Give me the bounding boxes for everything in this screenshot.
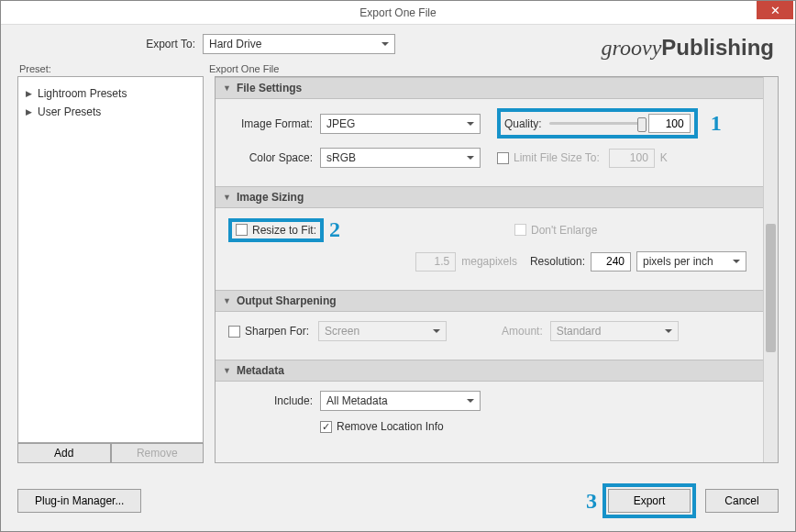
sharpen-for-checkbox[interactable] bbox=[228, 326, 240, 338]
resize-highlight: Resize to Fit: bbox=[228, 218, 324, 242]
limit-filesize-unit: K bbox=[660, 151, 668, 164]
image-sizing-header[interactable]: ▼ Image Sizing bbox=[216, 186, 763, 208]
close-button[interactable]: ✕ bbox=[757, 1, 793, 19]
quality-highlight: Quality: bbox=[497, 108, 698, 139]
scrollbar[interactable] bbox=[763, 77, 778, 462]
remove-location-checkbox[interactable] bbox=[320, 421, 332, 433]
triangle-down-icon: ▼ bbox=[223, 296, 231, 305]
slider-thumb[interactable] bbox=[637, 117, 647, 132]
dont-enlarge-label: Don't Enlarge bbox=[531, 224, 597, 237]
resize-to-fit-label: Resize to Fit: bbox=[252, 224, 316, 237]
limit-filesize-checkbox[interactable] bbox=[497, 152, 509, 164]
image-format-select[interactable]: JPEG bbox=[320, 114, 481, 134]
cancel-button[interactable]: Cancel bbox=[705, 489, 779, 513]
close-icon: ✕ bbox=[770, 4, 780, 17]
preset-label: Preset: bbox=[17, 63, 205, 74]
brand-watermark: groovyPublishing bbox=[602, 35, 774, 61]
quality-label: Quality: bbox=[504, 117, 542, 130]
resize-to-fit-checkbox[interactable] bbox=[236, 224, 248, 236]
file-settings-header[interactable]: ▼ File Settings bbox=[216, 77, 763, 99]
triangle-down-icon: ▼ bbox=[223, 193, 231, 202]
sharpen-for-label: Sharpen For: bbox=[245, 325, 309, 338]
megapixels-input bbox=[415, 252, 456, 272]
image-format-label: Image Format: bbox=[228, 117, 320, 130]
preset-item-lightroom[interactable]: ▶ Lightroom Presets bbox=[22, 84, 199, 103]
export-highlight: Export bbox=[603, 483, 696, 518]
color-space-select[interactable]: sRGB bbox=[320, 148, 481, 168]
export-to-label: Export To: bbox=[19, 38, 203, 50]
preset-list[interactable]: ▶ Lightroom Presets ▶ User Presets bbox=[17, 76, 204, 443]
triangle-right-icon: ▶ bbox=[26, 107, 32, 116]
quality-input[interactable] bbox=[648, 114, 691, 133]
triangle-right-icon: ▶ bbox=[26, 89, 32, 98]
color-space-label: Color Space: bbox=[228, 151, 320, 164]
panel-label: Export One File bbox=[205, 63, 279, 74]
output-sharpening-header[interactable]: ▼ Output Sharpening bbox=[216, 290, 763, 312]
preset-panel: ▶ Lightroom Presets ▶ User Presets Add R… bbox=[17, 76, 204, 463]
settings-panel: ▼ File Settings Image Format: JPEG Quali… bbox=[215, 76, 779, 463]
scroll-thumb[interactable] bbox=[766, 224, 776, 352]
resolution-input[interactable] bbox=[591, 252, 631, 272]
triangle-down-icon: ▼ bbox=[223, 83, 231, 93]
resolution-unit-select[interactable]: pixels per inch bbox=[636, 251, 746, 272]
remove-preset-button: Remove bbox=[111, 443, 205, 463]
include-label: Include: bbox=[228, 394, 320, 407]
megapixels-unit: megapixels bbox=[461, 255, 517, 268]
callout-1: 1 bbox=[711, 111, 722, 136]
limit-filesize-label: Limit File Size To: bbox=[514, 151, 609, 164]
dialog-buttons: Plug-in Manager... 3 Export Cancel bbox=[1, 474, 795, 531]
callout-2: 2 bbox=[329, 217, 340, 242]
remove-location-label: Remove Location Info bbox=[337, 420, 444, 433]
export-button[interactable]: Export bbox=[608, 489, 691, 513]
include-select[interactable]: All Metadata bbox=[320, 391, 481, 411]
triangle-down-icon: ▼ bbox=[223, 366, 231, 375]
amount-label: Amount: bbox=[502, 325, 550, 338]
titlebar: Export One File ✕ bbox=[1, 1, 795, 25]
add-preset-button[interactable]: Add bbox=[17, 443, 111, 463]
export-to-select[interactable]: Hard Drive bbox=[203, 34, 395, 54]
limit-filesize-input bbox=[609, 149, 655, 168]
dont-enlarge-checkbox bbox=[514, 224, 526, 236]
quality-slider[interactable] bbox=[549, 122, 641, 125]
amount-select: Standard bbox=[550, 321, 679, 341]
plugin-manager-button[interactable]: Plug-in Manager... bbox=[17, 489, 141, 513]
metadata-header[interactable]: ▼ Metadata bbox=[216, 360, 763, 382]
export-dialog: Export One File ✕ groovyPublishing Expor… bbox=[0, 0, 796, 532]
window-title: Export One File bbox=[359, 6, 436, 19]
callout-3: 3 bbox=[586, 489, 597, 514]
preset-item-user[interactable]: ▶ User Presets bbox=[22, 103, 199, 121]
resolution-label: Resolution: bbox=[530, 255, 585, 268]
sharpen-for-select: Screen bbox=[318, 321, 447, 341]
